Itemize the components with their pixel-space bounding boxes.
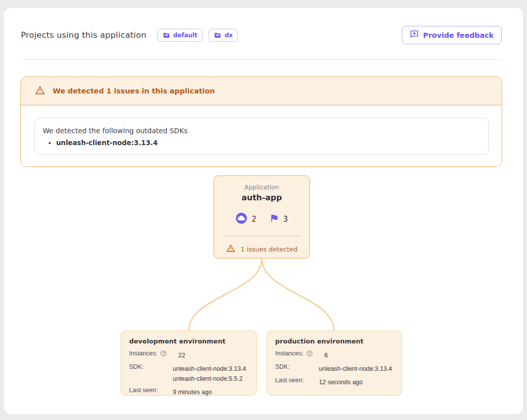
warning-triangle-icon	[35, 85, 45, 97]
instances-row: Instances: 6	[275, 350, 396, 360]
flag-count-stat: 3	[269, 213, 288, 225]
flag-icon	[269, 213, 279, 225]
outdated-sdks-intro: We detected the following outdated SDKs	[43, 127, 480, 135]
application-stats: 2 3	[214, 212, 309, 226]
environment-count-stat: 2	[235, 212, 256, 226]
sdk-label: SDK:	[275, 363, 318, 370]
instances-value: 6	[323, 350, 328, 360]
provide-feedback-button[interactable]: Provide feedback	[402, 26, 502, 44]
application-name: auth-app	[214, 193, 309, 202]
instances-label: Instances:	[275, 350, 303, 357]
application-node-divider	[223, 236, 301, 236]
header-divider	[21, 59, 502, 60]
help-icon[interactable]	[160, 350, 167, 357]
instances-label: Instances:	[129, 350, 157, 357]
issues-alert-header: We detected 1 issues in this application	[21, 77, 502, 105]
sdk-value: unleash-client-node:3.13.4	[318, 364, 392, 374]
sdk-row: SDK: unleash-client-node:3.13.4	[275, 363, 396, 374]
application-node[interactable]: Application auth-app 2 3	[214, 175, 310, 258]
application-node-label: Application	[214, 183, 309, 191]
help-icon[interactable]	[306, 350, 313, 357]
cloud-icon	[235, 212, 247, 226]
project-icon	[163, 32, 170, 39]
environment-count: 2	[251, 215, 256, 224]
application-overview-card: Projects using this application default …	[4, 8, 523, 414]
sdk-value: unleash-client-node:3.13.4	[173, 364, 246, 374]
instances-value: 22	[177, 350, 185, 360]
project-badge-label: dx	[225, 32, 232, 39]
project-badge-label: default	[173, 32, 197, 39]
environment-title: production environment	[275, 337, 396, 345]
outdated-sdk-item: unleash-client-node:3.13.4	[56, 139, 480, 147]
environment-card-development: development environment Instances: 22 SD…	[121, 331, 257, 396]
flag-count: 3	[283, 215, 288, 224]
issues-alert-body: We detected the following outdated SDKs …	[21, 105, 502, 167]
sdk-value: unleash-client-node:5.5.2	[173, 374, 246, 384]
outdated-sdks-list: unleash-client-node:3.13.4	[43, 139, 480, 147]
feedback-icon	[410, 30, 419, 40]
sdk-row: SDK: unleash-client-node:3.13.4 unleash-…	[129, 363, 251, 384]
issues-alert-title: We detected 1 issues in this application	[53, 87, 215, 95]
application-diagram: Application auth-app 2 3	[4, 168, 523, 402]
last-seen-row: Last seen: 9 minutes ago	[129, 387, 251, 397]
warning-triangle-icon	[226, 244, 235, 254]
environment-card-production: production environment Instances: 6 SDK:…	[267, 331, 402, 396]
feedback-button-label: Provide feedback	[423, 31, 494, 39]
last-seen-row: Last seen: 12 seconds ago	[275, 377, 396, 387]
project-icon	[214, 32, 221, 39]
last-seen-label: Last seen:	[275, 377, 318, 384]
application-issues: 1 issues detected	[214, 244, 309, 254]
project-badge-dx[interactable]: dx	[209, 29, 238, 42]
issues-alert: We detected 1 issues in this application…	[20, 77, 502, 167]
outdated-sdks-panel: We detected the following outdated SDKs …	[34, 118, 489, 155]
instances-row: Instances: 22	[129, 350, 251, 360]
last-seen-value: 12 seconds ago	[318, 377, 363, 387]
sdk-label: SDK:	[129, 363, 172, 370]
application-issues-text: 1 issues detected	[240, 246, 298, 253]
project-badges: default dx	[157, 29, 238, 42]
environment-title: development environment	[129, 337, 251, 345]
project-badge-default[interactable]: default	[157, 29, 203, 42]
last-seen-label: Last seen:	[129, 387, 172, 394]
page-title: Projects using this application	[21, 30, 147, 40]
page-header: Projects using this application default …	[4, 8, 523, 44]
last-seen-value: 9 minutes ago	[172, 387, 212, 397]
